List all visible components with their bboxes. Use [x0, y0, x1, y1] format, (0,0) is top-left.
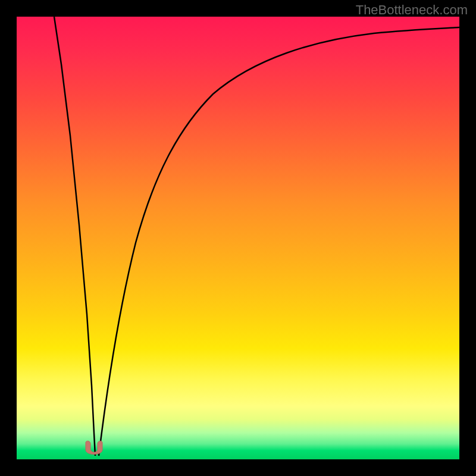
chart-area — [17, 17, 459, 459]
bottleneck-curve — [17, 17, 459, 459]
attribution-text: TheBottleneck.com — [356, 2, 468, 18]
optimal-marker — [82, 440, 106, 457]
